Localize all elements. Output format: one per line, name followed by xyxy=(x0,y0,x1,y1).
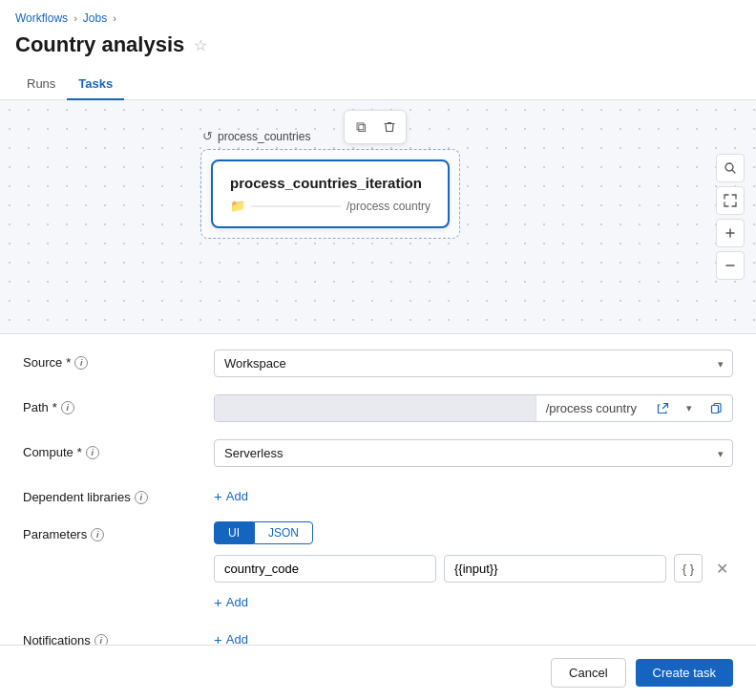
dependent-libraries-row: Dependent libraries i + Add xyxy=(23,484,733,504)
path-dropdown-button[interactable]: ▾ xyxy=(677,396,702,421)
path-suffix: /process country xyxy=(536,395,646,421)
parameters-info-icon[interactable]: i xyxy=(91,528,104,541)
svg-line-1 xyxy=(732,170,735,173)
add-parameter-button[interactable]: + Add xyxy=(214,590,733,610)
dependent-libraries-label: Dependent libraries i xyxy=(23,484,214,504)
breadcrumb-sep-1: › xyxy=(74,12,77,24)
path-input-group: /process country ▾ xyxy=(214,394,733,422)
cancel-button[interactable]: Cancel xyxy=(551,658,625,688)
source-select[interactable]: Workspace Git Shared xyxy=(214,350,733,377)
task-group-name: process_countries xyxy=(218,130,310,143)
task-group-container: process_countries_iteration 📁 /process c… xyxy=(200,149,460,239)
canvas-area: ↺ process_countries process_countries_it… xyxy=(0,100,756,334)
parameters-control: UI JSON { } ✕ + Add xyxy=(214,521,733,610)
parameters-row: Parameters i UI JSON { } ✕ + Add xyxy=(23,521,733,610)
task-node-title: process_countries_iteration xyxy=(230,175,430,191)
compute-select[interactable]: Serverless Standard High Memory xyxy=(214,439,733,467)
task-toolbar: ⧉ xyxy=(344,110,407,144)
plus-icon: + xyxy=(214,488,222,504)
breadcrumb-jobs[interactable]: Jobs xyxy=(83,11,107,25)
path-control: /process country ▾ xyxy=(214,394,733,422)
parameters-ui-toggle[interactable]: UI xyxy=(214,521,254,544)
parameters-label: Parameters i xyxy=(23,521,214,541)
parameters-toggle: UI JSON xyxy=(214,521,733,544)
tab-runs[interactable]: Runs xyxy=(15,69,67,100)
path-copy-button[interactable] xyxy=(704,396,728,421)
breadcrumb-sep-2: › xyxy=(113,12,116,24)
path-row: Path* i /process country ▾ xyxy=(23,394,733,422)
copy-task-button[interactable]: ⧉ xyxy=(347,114,374,140)
task-path-suffix: /process country xyxy=(346,200,430,213)
path-actions: ▾ xyxy=(646,396,732,421)
param-row: { } ✕ xyxy=(214,554,733,583)
dependent-libraries-info-icon[interactable]: i xyxy=(135,491,148,504)
breadcrumb-workflows[interactable]: Workflows xyxy=(15,11,68,25)
svg-rect-5 xyxy=(711,406,718,414)
parameters-json-toggle[interactable]: JSON xyxy=(254,521,313,544)
zoom-in-button[interactable] xyxy=(716,219,745,247)
folder-icon: 📁 xyxy=(230,199,245,213)
path-external-link-button[interactable] xyxy=(650,396,675,421)
footer: Cancel Create task xyxy=(0,645,756,700)
source-info-icon[interactable]: i xyxy=(74,356,88,370)
path-info-icon[interactable]: i xyxy=(61,401,74,414)
page-title: Country analysis xyxy=(15,32,184,57)
param-key-input[interactable] xyxy=(214,555,436,583)
param-edit-button[interactable]: { } xyxy=(674,554,703,583)
compute-row: Compute* i Serverless Standard High Memo… xyxy=(23,439,733,467)
compute-info-icon[interactable]: i xyxy=(86,446,99,459)
search-canvas-button[interactable] xyxy=(716,154,745,182)
fit-canvas-button[interactable] xyxy=(716,186,745,215)
param-remove-button[interactable]: ✕ xyxy=(710,557,733,580)
page-title-row: Country analysis ☆ xyxy=(0,29,756,69)
task-node-path: 📁 /process country xyxy=(230,199,430,213)
plus-icon-params: + xyxy=(214,594,222,610)
path-input[interactable] xyxy=(215,395,536,421)
task-group-label: ↺ process_countries xyxy=(200,129,460,143)
source-row: Source* i Workspace Git Shared ▾ xyxy=(23,350,733,377)
refresh-icon: ↺ xyxy=(202,129,213,143)
path-label: Path* i xyxy=(23,394,214,414)
canvas-controls xyxy=(716,154,745,280)
task-path-text xyxy=(251,205,341,207)
param-value-input[interactable] xyxy=(444,555,666,583)
task-node[interactable]: process_countries_iteration 📁 /process c… xyxy=(211,159,450,228)
compute-label: Compute* i xyxy=(23,439,214,459)
task-group: ↺ process_countries process_countries_it… xyxy=(200,129,460,239)
delete-task-button[interactable] xyxy=(376,114,403,140)
breadcrumb: Workflows › Jobs › xyxy=(0,0,756,29)
zoom-out-button[interactable] xyxy=(716,251,745,280)
create-task-button[interactable]: Create task xyxy=(636,659,733,687)
add-dependent-library-button[interactable]: + Add xyxy=(214,484,733,504)
tabs-bar: Runs Tasks xyxy=(0,69,756,100)
compute-control: Serverless Standard High Memory ▾ xyxy=(214,439,733,467)
star-icon[interactable]: ☆ xyxy=(194,36,207,54)
source-label: Source* i xyxy=(23,350,214,370)
dependent-libraries-control: + Add xyxy=(214,484,733,504)
source-control: Workspace Git Shared ▾ xyxy=(214,350,733,377)
tab-tasks[interactable]: Tasks xyxy=(67,69,124,100)
